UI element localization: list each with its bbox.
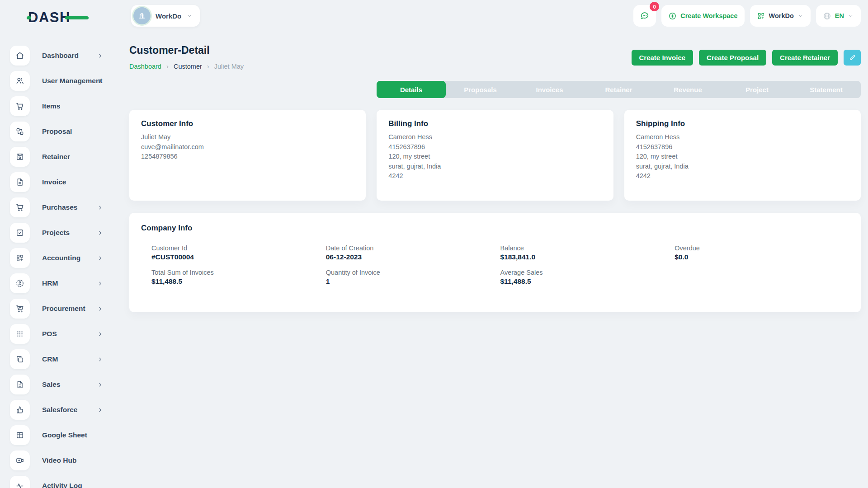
sidebar-item-label: User Management: [42, 77, 103, 85]
breadcrumb-item-dashboard[interactable]: Dashboard: [129, 63, 161, 70]
workdo-menu-button[interactable]: WorkDo: [750, 5, 811, 27]
topbar: DASH WorkDo 0 Create Workspace WorkDo: [0, 0, 868, 32]
topbar-right-cluster: 0 Create Workspace WorkDo EN: [633, 5, 861, 27]
shipping-info-card: Shipping InfoCameron Hess4152637896120, …: [624, 110, 861, 201]
sidebar-item-label: Sales: [42, 380, 61, 389]
sidebar-item-label: Salesforce: [42, 406, 77, 414]
tab-retainer[interactable]: Retainer: [584, 81, 653, 98]
chevron-right-icon: [97, 331, 104, 338]
chevron-right-icon: [97, 255, 104, 262]
messages-count-badge: 0: [650, 2, 659, 11]
chevron-down-icon: [848, 13, 854, 19]
messenger-button[interactable]: 0: [633, 5, 656, 27]
workspace-selector[interactable]: WorkDo: [131, 5, 200, 27]
grid-plus-icon: [10, 248, 30, 268]
sidebar-item-hrm[interactable]: HRM: [0, 271, 118, 296]
sidebar-item-video-hub[interactable]: Video Hub: [0, 448, 118, 473]
tab-revenue[interactable]: Revenue: [653, 81, 722, 98]
breadcrumb-separator: ›: [207, 62, 209, 70]
create-workspace-button[interactable]: Create Workspace: [661, 5, 744, 27]
building-icon: [133, 7, 151, 24]
company-field-total-sum-of-invoices: Total Sum of Invoices$11,488.5: [151, 269, 326, 286]
info-cards-row: Customer InfoJuliet Maycuve@mailinator.c…: [129, 110, 861, 201]
thumbs-up-icon: [10, 400, 30, 420]
dots-grid-icon: [10, 324, 30, 344]
create-proposal-button[interactable]: Create Proposal: [699, 50, 766, 66]
tab-project[interactable]: Project: [722, 81, 792, 98]
sidebar-item-projects[interactable]: Projects: [0, 220, 118, 245]
table-icon: [10, 425, 30, 445]
brand-logo[interactable]: DASH: [28, 9, 91, 27]
company-field-overdue: Overdue$0.0: [675, 244, 849, 261]
sidebar-item-google-sheet[interactable]: Google Sheet: [0, 422, 118, 448]
detail-tabs: DetailsProposalsInvoicesRetainerRevenueP…: [377, 81, 861, 98]
card-line: cuve@mailinator.com: [141, 142, 354, 152]
tab-invoices[interactable]: Invoices: [515, 81, 584, 98]
field-value: $11,488.5: [151, 277, 326, 286]
card-lines: Cameron Hess4152637896120, my streetsura…: [636, 132, 849, 181]
sidebar-item-label: Projects: [42, 229, 70, 237]
check-square-icon: [10, 223, 30, 243]
company-field-customer-id: Customer Id#CUST00004: [151, 244, 326, 261]
breadcrumb-item-juliet-may: Juliet May: [214, 63, 244, 70]
sidebar-item-proposal[interactable]: Proposal: [0, 119, 118, 144]
globe-icon: [823, 12, 831, 20]
page-actions: Create InvoiceCreate ProposalCreate Reta…: [632, 50, 861, 66]
cart-icon: [10, 197, 30, 217]
file-icon: [10, 375, 30, 394]
workspace-selector-label: WorkDo: [156, 12, 181, 20]
language-selector[interactable]: EN: [816, 5, 861, 27]
sidebar-item-purchases[interactable]: Purchases: [0, 195, 118, 220]
sidebar-item-user-management[interactable]: User Management: [0, 68, 118, 94]
sidebar-item-label: Activity Log: [42, 482, 82, 488]
chevron-right-icon: [97, 78, 104, 84]
sidebar-item-retainer[interactable]: Retainer: [0, 144, 118, 169]
sidebar-item-accounting[interactable]: Accounting: [0, 245, 118, 271]
sidebar-item-label: Dashboard: [42, 52, 79, 60]
chat-icon: [640, 11, 650, 21]
users-icon: [10, 71, 30, 91]
card-line: 4242: [388, 171, 601, 181]
sidebar-item-sales[interactable]: Sales: [0, 372, 118, 397]
sidebar-item-label: CRM: [42, 355, 58, 363]
sidebar-item-crm[interactable]: CRM: [0, 347, 118, 372]
sidebar-item-pos[interactable]: POS: [0, 321, 118, 347]
sidebar-item-invoice[interactable]: Invoice: [0, 169, 118, 195]
field-value: #CUST00004: [151, 253, 326, 261]
pencil-icon: [849, 54, 856, 61]
cart-icon: [10, 96, 30, 116]
sidebar-item-dashboard[interactable]: Dashboard: [0, 43, 118, 68]
create-retainer-button[interactable]: Create Retainer: [772, 50, 838, 66]
tab-details[interactable]: Details: [377, 81, 446, 98]
edit-customer-button[interactable]: [844, 50, 861, 66]
sidebar-item-label: Google Sheet: [42, 431, 87, 439]
sidebar-item-procurement[interactable]: Procurement: [0, 296, 118, 321]
card-title: Customer Info: [141, 119, 354, 128]
workdo-menu-label: WorkDo: [769, 12, 794, 19]
create-invoice-button[interactable]: Create Invoice: [632, 50, 693, 66]
copy-icon: [10, 349, 30, 369]
chevron-down-icon: [186, 13, 193, 19]
card-line: Cameron Hess: [636, 132, 849, 142]
field-label: Total Sum of Invoices: [151, 269, 326, 276]
sidebar-item-label: Accounting: [42, 254, 80, 262]
sidebar-item-items[interactable]: Items: [0, 94, 118, 119]
chevron-right-icon: [97, 356, 104, 363]
brand-logo-text: DASH: [28, 9, 71, 25]
sidebar-item-label: Retainer: [42, 153, 70, 161]
field-value: 1: [326, 277, 500, 286]
sidebar-item-salesforce[interactable]: Salesforce: [0, 397, 118, 422]
field-value: $183,841.0: [500, 253, 675, 261]
sidebar-nav: DashboardUser ManagementItemsProposalRet…: [0, 32, 118, 488]
tab-statement[interactable]: Statement: [792, 81, 861, 98]
card-line: Juliet May: [141, 132, 354, 142]
card-lines: Cameron Hess4152637896120, my streetsura…: [388, 132, 601, 181]
video-icon: [10, 450, 30, 470]
save-icon: [10, 147, 30, 167]
sidebar-item-activity-log[interactable]: Activity Log: [0, 473, 118, 488]
tab-proposals[interactable]: Proposals: [446, 81, 515, 98]
breadcrumb-item-customer[interactable]: Customer: [174, 63, 202, 70]
card-title: Billing Info: [388, 119, 601, 128]
company-info-title: Company Info: [141, 224, 849, 233]
person-dashed-icon: [10, 273, 30, 293]
